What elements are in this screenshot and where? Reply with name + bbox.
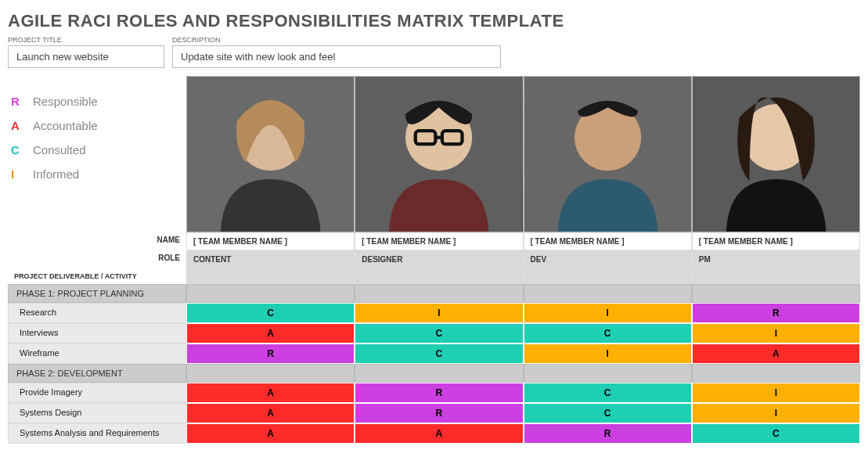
name-header-label: NAME (8, 232, 186, 250)
avatar (692, 76, 860, 232)
empty-cell (524, 268, 692, 284)
legend-letter-a: A (11, 119, 23, 132)
project-title-label: PROJECT TITLE (8, 36, 164, 44)
phase-blank (186, 284, 355, 303)
raci-cell[interactable]: R (524, 423, 692, 444)
raci-cell[interactable]: R (186, 344, 355, 364)
raci-cell[interactable]: C (524, 383, 692, 403)
team-name[interactable]: [ TEAM MEMBER NAME ] (186, 232, 355, 250)
raci-cell[interactable]: A (186, 403, 355, 423)
description-field: DESCRIPTION Update site with new look an… (172, 36, 501, 68)
activity-label: Provide Imagery (8, 383, 186, 403)
phase-blank (186, 364, 355, 383)
raci-cell[interactable]: R (355, 383, 523, 403)
raci-cell[interactable]: I (692, 403, 860, 423)
activity-label: Interviews (8, 323, 186, 344)
legend-informed: I Informed (11, 167, 180, 181)
team-role[interactable]: DESIGNER (355, 250, 523, 268)
team-name[interactable]: [ TEAM MEMBER NAME ] (692, 232, 860, 250)
phase-blank (355, 364, 523, 383)
phase-blank (692, 364, 860, 383)
raci-cell[interactable]: A (692, 344, 860, 364)
legend-text-i: Informed (33, 167, 79, 181)
activity-label: Wireframe (8, 344, 186, 364)
project-title-value[interactable]: Launch new website (8, 45, 164, 68)
phase-title: PHASE 1: PROJECT PLANNING (8, 284, 186, 303)
phase-blank (355, 284, 523, 303)
raci-cell[interactable]: A (186, 323, 355, 344)
legend-text-a: Accountable (33, 119, 98, 132)
avatar (355, 76, 523, 232)
raci-cell[interactable]: A (186, 423, 355, 444)
avatar (524, 76, 692, 232)
team-name[interactable]: [ TEAM MEMBER NAME ] (355, 232, 523, 250)
team-role[interactable]: PM (692, 250, 860, 268)
raci-cell[interactable]: I (692, 383, 860, 403)
raci-cell[interactable]: A (186, 383, 355, 403)
activity-label: Systems Analysis and Requirements (8, 423, 186, 444)
raci-cell[interactable]: C (355, 344, 523, 364)
description-value[interactable]: Update site with new look and feel (172, 45, 501, 68)
raci-grid: R Responsible A Accountable C Consulted … (8, 76, 860, 444)
team-name[interactable]: [ TEAM MEMBER NAME ] (524, 232, 692, 250)
team-role[interactable]: DEV (524, 250, 692, 268)
raci-cell[interactable]: R (355, 403, 523, 423)
raci-cell[interactable]: C (186, 303, 355, 323)
page-title: AGILE RACI ROLES AND RESPONSIBILITIES MA… (8, 11, 860, 31)
legend-letter-r: R (11, 95, 23, 108)
legend-text-r: Responsible (33, 95, 98, 108)
raci-legend: R Responsible A Accountable C Consulted … (8, 76, 186, 232)
avatar (186, 76, 355, 232)
description-label: DESCRIPTION (172, 36, 501, 44)
team-role[interactable]: CONTENT (186, 250, 355, 268)
project-title-field: PROJECT TITLE Launch new website (8, 36, 164, 68)
legend-letter-i: I (11, 167, 23, 181)
raci-cell[interactable]: I (524, 344, 692, 364)
phase-blank (692, 284, 860, 303)
raci-cell[interactable]: R (692, 303, 860, 323)
activity-label: Systems Design (8, 403, 186, 423)
raci-cell[interactable]: C (524, 403, 692, 423)
raci-cell[interactable]: I (355, 303, 523, 323)
raci-cell[interactable]: I (692, 323, 860, 344)
legend-letter-c: C (11, 143, 23, 157)
raci-cell[interactable]: I (524, 303, 692, 323)
phase-blank (524, 364, 692, 383)
legend-responsible: R Responsible (11, 95, 180, 108)
deliverable-header: PROJECT DELIVERABLE / ACTIVITY (8, 268, 186, 284)
phase-title: PHASE 2: DEVELOPMENT (8, 364, 186, 383)
legend-consulted: C Consulted (11, 143, 180, 157)
empty-cell (692, 268, 860, 284)
legend-text-c: Consulted (33, 143, 86, 157)
empty-cell (186, 268, 355, 284)
raci-cell[interactable]: A (355, 423, 523, 444)
raci-cell[interactable]: C (355, 323, 523, 344)
activity-label: Research (8, 303, 186, 323)
meta-row: PROJECT TITLE Launch new website DESCRIP… (8, 36, 860, 68)
role-header-label: ROLE (8, 250, 186, 268)
empty-cell (355, 268, 523, 284)
raci-cell[interactable]: C (692, 423, 860, 444)
legend-accountable: A Accountable (11, 119, 180, 132)
phase-blank (524, 284, 692, 303)
raci-cell[interactable]: C (524, 323, 692, 344)
